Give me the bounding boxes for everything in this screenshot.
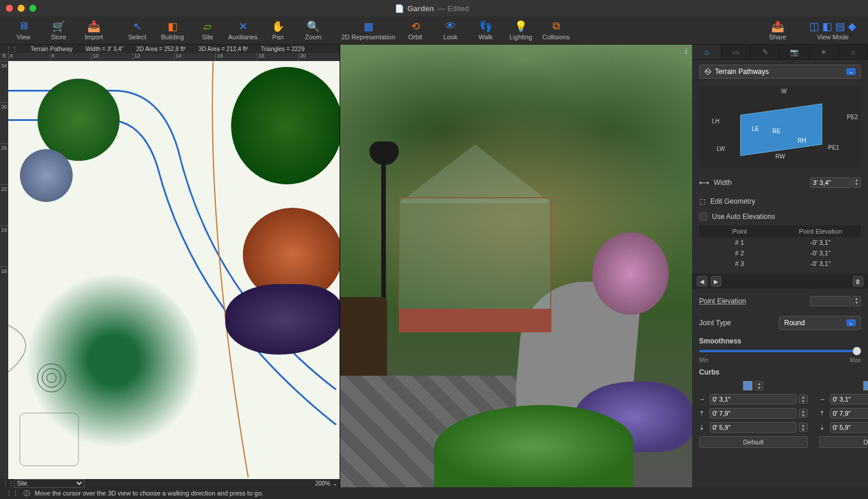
width-icon: ⟷: [699, 178, 709, 187]
tool-import[interactable]: 📥Import: [76, 16, 111, 45]
tool-building[interactable]: ◧Building: [155, 16, 190, 45]
info-width: Width = 3' 3,4": [86, 46, 124, 52]
tool-look[interactable]: 👁Look: [433, 16, 468, 45]
curb-right-swatch[interactable]: [863, 381, 868, 390]
tool-label: Site: [202, 33, 213, 41]
tree-pink: [592, 232, 669, 315]
width-stepper[interactable]: ▲▼: [852, 177, 861, 188]
tool-label: Pan: [272, 33, 284, 41]
curb-right-b[interactable]: [830, 408, 868, 419]
edit-geometry-button[interactable]: ⬚Edit Geometry: [699, 195, 861, 208]
curb-left-swatch[interactable]: [743, 381, 752, 390]
checkbox-box[interactable]: [699, 213, 707, 221]
tool-zoom[interactable]: 🔍Zoom: [296, 16, 331, 45]
help-icon[interactable]: ⓘ: [23, 489, 30, 498]
joint-type-dropdown[interactable]: Round ⌄: [779, 316, 861, 330]
delete-point-button[interactable]: 🗑: [853, 276, 863, 286]
site-icon: ▱: [204, 21, 212, 32]
grip-icon: ⋮⋮: [6, 46, 18, 52]
width-input[interactable]: [810, 177, 851, 188]
default-left-button[interactable]: Default: [699, 436, 808, 448]
curb-right-c[interactable]: [830, 422, 868, 433]
curb-left-stepper[interactable]: ▲▼: [755, 381, 764, 390]
pe-input[interactable]: [810, 296, 851, 306]
curb-left-b[interactable]: [710, 408, 796, 419]
table-row[interactable]: # 1-0' 3,1": [699, 237, 861, 248]
diag-lw: LW: [717, 146, 725, 152]
close-button[interactable]: [6, 5, 13, 12]
slider-max: Max: [850, 357, 861, 363]
zoom-level: 200%: [315, 480, 330, 487]
auto-elevations-checkbox[interactable]: Use Auto Elevations: [699, 213, 861, 221]
dropdown-label: Terrain Pathways: [715, 68, 769, 76]
table-row[interactable]: # 2-0' 3,1": [699, 248, 861, 258]
tab-camera[interactable]: 📷: [780, 45, 809, 59]
canvas-2d[interactable]: [8, 61, 340, 479]
tool-site[interactable]: ▱Site: [190, 16, 225, 45]
tool-label: Walk: [479, 33, 493, 41]
curb-right-a[interactable]: [830, 394, 868, 404]
tool-viewmode[interactable]: ◫ ◧ ▤ ◆View Mode: [803, 16, 862, 45]
next-point-button[interactable]: ▶: [711, 276, 721, 286]
zoom-chevron-icon[interactable]: ⌄: [333, 480, 337, 487]
tab-object[interactable]: ⌂: [692, 45, 721, 59]
tool-orbit[interactable]: ⟲Orbit: [398, 16, 433, 45]
pe-stepper[interactable]: ▲▼: [852, 296, 861, 306]
default-right-button[interactable]: Default: [819, 436, 868, 448]
tool-collisions[interactable]: ⧉Collisions: [538, 16, 574, 45]
table-row[interactable]: # 3-0' 3,1": [699, 258, 861, 269]
tool-label: Orbit: [408, 33, 422, 41]
curb-left-c[interactable]: [710, 422, 796, 433]
titlebar: 📄 Garden — Edited: [0, 0, 868, 16]
curb-left-a[interactable]: [710, 394, 796, 404]
tool-label: Select: [128, 33, 147, 41]
tool-walk[interactable]: 👣Walk: [468, 16, 503, 45]
tab-lighting[interactable]: ☀: [809, 45, 839, 59]
smoothness-label: Smoothness: [699, 337, 861, 345]
info-area2d: 2D Area = 252,8 ft²: [136, 46, 185, 52]
doc-name: Garden: [408, 4, 435, 13]
tool-2drep[interactable]: ▦2D Representation: [339, 16, 398, 45]
level-dropdown[interactable]: Site: [14, 479, 84, 488]
maximize-button[interactable]: [29, 5, 36, 12]
inspector-tabs: ⌂ ▭ ✎ 📷 ☀ ⌂: [692, 45, 868, 60]
tool-label: 2D Representation: [341, 33, 395, 41]
window-title: 📄 Garden — Edited: [36, 4, 827, 13]
info-triangles: Triangles = 2229: [261, 46, 304, 52]
width-icon: ↔: [699, 396, 707, 403]
tool-select[interactable]: ↖Select: [120, 16, 155, 45]
orbit-icon: ⟲: [411, 21, 420, 32]
plant-2d[interactable]: [20, 149, 73, 202]
tab-building[interactable]: ⌂: [839, 45, 868, 59]
smoothness-slider[interactable]: [699, 350, 861, 352]
chevron-icon: ⌄: [846, 68, 856, 75]
plant-2d[interactable]: [225, 284, 340, 355]
building-icon: ◧: [168, 21, 178, 32]
view-3d[interactable]: i: [340, 45, 692, 487]
tool-pan[interactable]: ✋Pan: [260, 16, 296, 45]
grip-icon: ⋮⋮: [6, 490, 19, 497]
greenhouse-3d: [399, 144, 551, 332]
tab-materials[interactable]: ▭: [721, 45, 751, 59]
tool-lighting[interactable]: 💡Lighting: [503, 16, 538, 45]
lighting-icon: 💡: [514, 21, 527, 32]
ruler-vertical: 343026221816: [0, 61, 8, 479]
tool-auxiliaries[interactable]: ✕Auxiliaries: [225, 16, 260, 45]
info-icon[interactable]: i: [685, 47, 687, 56]
category-dropdown[interactable]: ⛗Terrain Pathways ⌄: [699, 65, 861, 79]
curb-right-column: ▲▼ ↔▲▼ ⇡▲▼ ⇣▲▼ Default: [819, 381, 868, 448]
minimize-button[interactable]: [18, 5, 25, 12]
plant-2d[interactable]: [231, 67, 340, 184]
tool-share[interactable]: 📤Share: [760, 16, 795, 45]
prev-point-button[interactable]: ◀: [697, 276, 707, 286]
grip-icon: ⋮⋮: [2, 480, 14, 487]
tool-view[interactable]: 🖥View: [6, 16, 41, 45]
tab-edit[interactable]: ✎: [751, 45, 780, 59]
plant-2d[interactable]: [38, 79, 120, 161]
main-toolbar: 🖥View🛒Store📥Import↖Select◧Building▱Site✕…: [0, 16, 868, 45]
diag-pe1: PE1: [828, 144, 839, 151]
view-2d: ⋮⋮ Terrain Pathway Width = 3' 3,4" 2D Ar…: [0, 45, 340, 487]
tool-label: Collisions: [542, 33, 569, 41]
geometry-icon: ⬚: [699, 197, 706, 205]
tool-store[interactable]: 🛒Store: [41, 16, 76, 45]
